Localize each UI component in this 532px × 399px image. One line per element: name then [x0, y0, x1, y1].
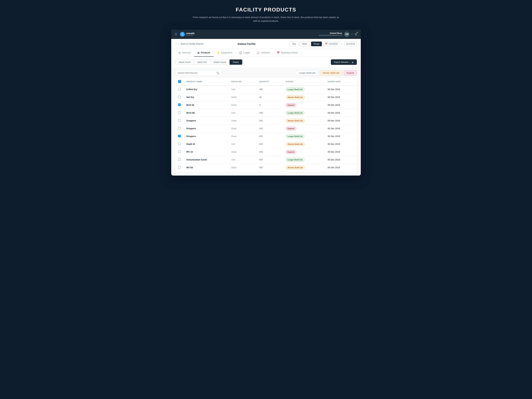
range-button[interactable]: Range — [311, 42, 322, 46]
status-badge: Shorter Shelf Life — [286, 95, 305, 99]
sub-tab-stock-count[interactable]: Stock Count — [175, 59, 194, 65]
table-row: DroppersDose435Longer Shelf Life06 Dec 2… — [175, 132, 357, 140]
search-filter-area: 🔍 Longer Shelf Life Shorter Shelf Life E… — [171, 68, 361, 78]
tab-products-label: Products — [201, 51, 210, 54]
sub-tab-expiry[interactable]: Expiry — [230, 59, 242, 65]
tab-reporting[interactable]: 📅 Reporting History — [273, 49, 301, 57]
tab-equipments[interactable]: ⚡ Equipments — [214, 49, 236, 57]
row-checkbox[interactable] — [178, 150, 181, 153]
header-checkbox[interactable] — [178, 80, 181, 83]
row-checkbox[interactable] — [178, 135, 181, 137]
status-badge: Longer Shelf Life — [286, 158, 304, 162]
cell-status: Longer Shelf Life — [283, 85, 325, 93]
cell-quantity: 435 — [257, 164, 283, 171]
cell-product-name: 5ml Sry — [184, 93, 229, 101]
row-checkbox[interactable] — [178, 95, 181, 98]
avatar[interactable]: AM — [344, 32, 349, 37]
header-checkbox-col[interactable] — [175, 78, 184, 85]
status-badge: Expired — [286, 150, 296, 154]
page-title: FACILITY PRODUCTS — [191, 7, 341, 13]
row-checkbox[interactable] — [178, 166, 181, 169]
day-button[interactable]: Day — [290, 42, 298, 46]
search-input[interactable] — [178, 72, 215, 74]
logo-area: eHealth AFRICA — [180, 32, 195, 37]
tab-utilization[interactable]: 📈 Utilization — [253, 49, 273, 57]
settings-badge — [357, 32, 358, 33]
cell-expiry-date: 06 Dec 2018 — [325, 109, 357, 117]
row-checkbox[interactable] — [178, 111, 181, 114]
user-name: Ahmed Musa — [319, 32, 342, 34]
filter-longer-shelf-life[interactable]: Longer Shelf Life — [296, 70, 318, 76]
chevron-down-icon[interactable]: ▾ — [351, 33, 352, 35]
navbar-left: ☰ eHealth AFRICA — [175, 32, 195, 37]
cell-batch-no: Dose — [229, 132, 257, 140]
row-checkbox[interactable] — [178, 127, 181, 129]
row-checkbox[interactable] — [178, 88, 181, 90]
filter-expired[interactable]: Expired — [344, 70, 357, 76]
expiry-label: Expiry — [233, 61, 239, 63]
cell-batch-no: Dose — [229, 101, 257, 109]
navbar-right: Ahmed Musa ahmedmusa@ehealthafrica.org A… — [319, 32, 357, 37]
date-end-input[interactable]: 12/1/2019 — [344, 42, 357, 46]
filter-shorter-shelf-life[interactable]: Shorter Shelf Life — [320, 70, 342, 76]
overview-icon: ⊞ — [178, 51, 181, 54]
cell-expiry-date: 06 Dec 2018 — [325, 125, 357, 132]
stock-out-label: Stock Out — [197, 61, 207, 63]
status-badge: Longer Shelf Life — [286, 134, 304, 138]
navbar: ☰ eHealth AFRICA Ahmed Musa ahmedmusa@eh… — [171, 30, 361, 39]
export-icon — [351, 61, 354, 63]
cell-product-name: BCG DIL — [184, 109, 229, 117]
date-range-arrow-icon: → — [341, 43, 343, 45]
facility-name: Dalawa Facility — [238, 42, 256, 45]
cell-quantity: 435 — [257, 148, 283, 156]
tab-products[interactable]: ◎ Products — [194, 49, 214, 57]
settings-button[interactable]: ⚙ — [355, 32, 357, 36]
page-subtitle: From research we found out that it is ne… — [191, 15, 341, 23]
cell-expiry-date: 06 Dec 2018 — [325, 164, 357, 171]
export-button[interactable]: Export Selction ↓ — [331, 59, 357, 65]
calendar-start-icon: 📅 — [325, 43, 328, 45]
cell-status: Longer Shelf Life — [283, 109, 325, 117]
row-checkbox[interactable] — [178, 158, 181, 161]
filter-expired-label: Expired — [347, 72, 354, 74]
ledger-icon: 📋 — [239, 51, 242, 54]
sub-tabs: Stock Count Stock Out Waste Count Expiry — [175, 59, 242, 65]
sub-tab-stock-out[interactable]: Stock Out — [194, 59, 210, 65]
cell-quantity: 435 — [257, 85, 283, 93]
row-checkbox[interactable] — [178, 103, 181, 106]
tab-nav: ⊞ Overview ◎ Products ⚡ Equipments 📋 Led… — [171, 49, 361, 57]
cell-expiry-date: 06 Dec 2018 — [325, 85, 357, 93]
table-header-row: PRODUCT NAME BATCH NO. QUANTITY STATUS E… — [175, 78, 357, 85]
tab-ledger-label: Ledger — [243, 51, 250, 54]
cell-expiry-date: 06 Dec 2018 — [325, 93, 357, 101]
back-arrow-icon: ← — [175, 43, 177, 45]
search-icon: 🔍 — [216, 72, 219, 74]
tab-overview[interactable]: ⊞ Overview — [175, 49, 194, 57]
products-icon: ◎ — [197, 51, 200, 54]
tab-ledger[interactable]: 📋 Ledger — [236, 49, 253, 57]
week-button[interactable]: Week — [300, 42, 310, 46]
row-checkbox[interactable] — [178, 119, 181, 122]
row-checkbox[interactable] — [178, 142, 181, 145]
table-row: Immunization CardsUnit435Longer Shelf Li… — [175, 156, 357, 164]
cell-batch-no: Dose — [229, 117, 257, 125]
table-row: BCG 20Dose0Expired06 Dec 2018 — [175, 101, 357, 109]
table-row: HepB 10Unit435Shorter Shelf Life06 Dec 2… — [175, 140, 357, 148]
filter-shorter-label: Shorter Shelf Life — [323, 72, 339, 74]
sub-tab-waste-count[interactable]: Waste Count — [210, 59, 230, 65]
back-link[interactable]: ← ← Back to Facility Reports — [175, 43, 203, 45]
logo-name: eHealth — [186, 32, 195, 35]
table-row: BCG DILUnit435Longer Shelf Life06 Dec 20… — [175, 109, 357, 117]
cell-expiry-date: 06 Dec 2018 — [325, 148, 357, 156]
cell-status: Expired — [283, 148, 325, 156]
table-row: DroppersDose435Shorter Shelf Life06 Dec … — [175, 117, 357, 125]
date-start-input[interactable]: 📅 12/1/2019 — [323, 42, 339, 46]
hamburger-icon[interactable]: ☰ — [175, 32, 177, 36]
cell-expiry-date: 06 Dec 2018 — [325, 117, 357, 125]
logo-icon — [180, 32, 185, 37]
logo-text-area: eHealth AFRICA — [186, 32, 195, 36]
cell-expiry-date: 06 Dec 2018 — [325, 140, 357, 148]
cell-status: Longer Shelf Life — [283, 132, 325, 140]
cell-product-name: IPV 10 — [184, 148, 229, 156]
cell-quantity: 435 — [257, 156, 283, 164]
